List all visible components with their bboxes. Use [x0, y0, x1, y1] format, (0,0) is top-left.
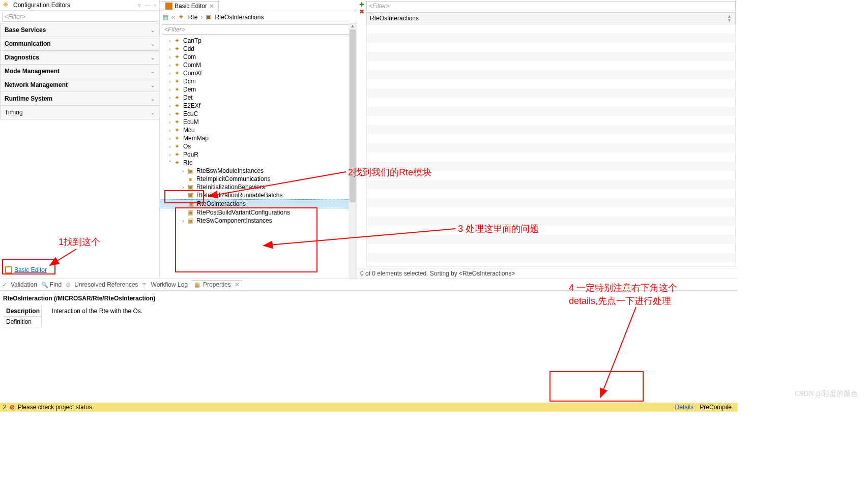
scroll-up-icon[interactable]: ▲: [349, 23, 357, 29]
expand-icon[interactable]: ›: [167, 87, 173, 93]
puzzle-icon: [173, 110, 181, 117]
close-icon[interactable]: ✕: [235, 281, 240, 288]
puzzle-icon: [173, 78, 181, 85]
folder-icon: [186, 167, 194, 174]
accordion-mode-management[interactable]: Mode Management⌄: [0, 65, 159, 78]
tree-node-rtebswmoduleinstances[interactable]: ›RteBswModuleInstances: [160, 167, 357, 175]
accordion-runtime-system[interactable]: Runtime System⌄: [0, 92, 159, 106]
annotation-text-4a: 4 一定特别注意右下角这个: [569, 282, 677, 294]
tree-node-rteosinteractions[interactable]: RteOsInteractions: [160, 199, 357, 208]
editor-icon: [5, 266, 12, 273]
breadcrumb-rteosinteractions[interactable]: RteOsInteractions: [215, 14, 264, 21]
tree-node-memmap[interactable]: ›MemMap: [160, 134, 357, 142]
basic-editor-link-text[interactable]: Basic Editor: [14, 266, 47, 273]
tree-node-pdur[interactable]: ›PduR: [160, 150, 357, 159]
details-link[interactable]: Details: [675, 404, 694, 411]
right-filter-input[interactable]: <Filter>: [366, 1, 736, 11]
expand-icon[interactable]: ›: [180, 168, 186, 174]
accordion-communication[interactable]: Communication⌄: [0, 37, 159, 51]
tree-node-rteswcomponentinstances[interactable]: ›RteSwComponentInstances: [160, 217, 357, 225]
annotation-text-3: 3 处理这里面的问题: [458, 223, 539, 235]
unresolved-icon: [66, 281, 73, 288]
sort-icon[interactable]: ▲▼: [727, 14, 732, 22]
puzzle-icon: [173, 127, 181, 134]
close-icon[interactable]: ✕: [209, 3, 214, 10]
tree-node-comm[interactable]: ›ComM: [160, 61, 357, 69]
basic-editor-link[interactable]: Basic Editor: [5, 266, 47, 273]
annotation-text-1: 1找到这个: [59, 236, 100, 248]
tree-node-ecuc[interactable]: ›EcuC: [160, 110, 357, 118]
tree-node-rteinitializationrunnablebatchs[interactable]: RteInitializationRunnableBatchs: [160, 191, 357, 199]
chevron-down-icon: ⌄: [151, 27, 155, 33]
puzzle-icon: [178, 14, 185, 21]
accordion-base-services[interactable]: Base Services⌄: [0, 23, 159, 37]
expand-icon[interactable]: ›: [167, 54, 173, 60]
puzzle-icon: [173, 94, 181, 101]
expand-icon[interactable]: ›: [167, 103, 173, 109]
container-icon: [206, 13, 212, 21]
tab-label: Basic Editor: [175, 3, 207, 10]
view-menu-icon[interactable]: ▿: [138, 2, 141, 8]
tree-node-ecum[interactable]: ›EcuM: [160, 118, 357, 126]
accordion-diagnostics[interactable]: Diagnostics⌄: [0, 51, 159, 65]
editor-icon: [165, 3, 172, 10]
add-icon[interactable]: ✚: [357, 1, 366, 8]
expand-icon[interactable]: ›: [167, 144, 173, 149]
expand-icon[interactable]: ›: [167, 63, 173, 68]
tree-scrollbar[interactable]: ▲: [349, 23, 357, 279]
tree-node-mcu[interactable]: ›Mcu: [160, 126, 357, 134]
tree-node-dcm[interactable]: ›Dcm: [160, 77, 357, 85]
tab-basic-editor[interactable]: Basic Editor ✕: [161, 1, 219, 11]
tree-node-det[interactable]: ›Det: [160, 94, 357, 102]
expand-icon[interactable]: ›: [167, 119, 173, 125]
left-filter-input[interactable]: <Filter>: [2, 12, 157, 22]
tab-validation[interactable]: Validation: [2, 281, 37, 288]
tree-node-os[interactable]: ›Os: [160, 142, 357, 150]
status-footer: 2 ⊘ Please check project status Details …: [0, 403, 738, 412]
tab-unresolved[interactable]: Unresolved References: [66, 281, 138, 288]
accordion-network-management[interactable]: Network Management⌄: [0, 78, 159, 92]
tree-node-dem[interactable]: ›Dem: [160, 85, 357, 94]
description-label[interactable]: Description: [3, 306, 42, 317]
tree-node-rte[interactable]: ˅Rte: [160, 159, 357, 167]
column-header[interactable]: RteOsInteractions ▲▼: [367, 13, 735, 24]
minimize-icon[interactable]: —: [145, 2, 151, 8]
expand-icon[interactable]: ›: [167, 152, 173, 158]
expand-icon[interactable]: ›: [167, 128, 173, 133]
expand-icon[interactable]: ›: [167, 79, 173, 84]
tree-node-rtepostbuildvariantconfigurations[interactable]: RtePostBuildVariantConfigurations: [160, 208, 357, 217]
maximize-icon[interactable]: ▫: [154, 2, 156, 8]
tree-node-rteinitializationbehaviors[interactable]: ›RteInitializationBehaviors: [160, 183, 357, 191]
puzzle-icon: [173, 151, 181, 158]
definition-label[interactable]: Definition: [3, 317, 42, 327]
puzzle-icon: [173, 159, 181, 166]
tab-find[interactable]: Find: [41, 281, 62, 288]
tab-workflow-log[interactable]: Workflow Log: [142, 281, 188, 288]
expand-icon[interactable]: ›: [167, 95, 173, 101]
tree-node-cdd[interactable]: ›Cdd: [160, 45, 357, 53]
tab-properties[interactable]: Properties✕: [192, 280, 242, 289]
expand-icon[interactable]: ›: [167, 71, 173, 76]
nav-back-icon[interactable]: ▦: [163, 14, 168, 21]
expand-icon[interactable]: ›: [167, 136, 173, 141]
grid-body[interactable]: [366, 24, 736, 267]
tree-filter-input[interactable]: <Filter>: [162, 24, 355, 35]
tree-node-e2exf[interactable]: ›E2EXf: [160, 102, 357, 110]
selection-status: 0 of 0 elements selected. Sorting by <Rt…: [357, 268, 738, 279]
expand-icon[interactable]: ›: [180, 218, 186, 224]
tree-node-com[interactable]: ›Com: [160, 53, 357, 61]
puzzle-icon: [173, 37, 181, 44]
expand-icon[interactable]: ›: [180, 185, 186, 190]
breadcrumb-rte[interactable]: Rte: [188, 14, 198, 21]
tree-node-rteimplicitcommunications[interactable]: RteImplicitCommunications: [160, 175, 357, 183]
accordion-timing[interactable]: Timing⌄: [0, 106, 159, 119]
expand-icon[interactable]: ›: [167, 46, 173, 52]
chevron-down-icon: ⌄: [151, 82, 155, 88]
expand-icon[interactable]: ›: [167, 111, 173, 117]
tree-node-comxf[interactable]: ›ComXf: [160, 69, 357, 77]
grid-header: RteOsInteractions ▲▼: [366, 12, 736, 24]
tree-node-cantp[interactable]: ›CanTp: [160, 37, 357, 45]
expand-icon[interactable]: ˅: [167, 160, 173, 166]
expand-icon[interactable]: ›: [167, 38, 173, 44]
delete-icon[interactable]: ✖: [357, 8, 366, 15]
